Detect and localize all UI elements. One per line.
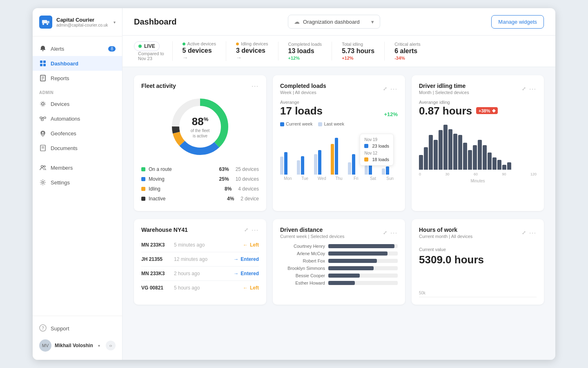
completed-loads-change: +12% [288,56,322,61]
idling-avg-label: Averange idling [419,100,472,105]
settings-icon [39,179,47,186]
support-item[interactable]: ? Support [39,321,116,336]
completed-loads-menu-button[interactable]: ··· [390,85,398,92]
svg-rect-16 [41,119,43,121]
warehouse-card: Warehouse NY41 ⤢ ··· MN 233K3 5 minutes … [134,219,266,305]
completed-loads-value: 13 loads [288,47,322,55]
sidebar-item-reports[interactable]: Reports [33,71,122,85]
hours-axis-line [419,297,537,297]
sidebar-item-geofences[interactable]: Geofences [33,126,122,141]
hours-axis-50k: 50k [419,291,537,295]
driven-distance-menu-button[interactable]: ··· [390,229,398,236]
dashboard-label: Dashboard [51,61,78,67]
automations-label: Automations [51,116,80,122]
expand-icon[interactable]: ⤢ [383,86,387,92]
compared-to: Compared to Nov 23 [138,51,164,61]
user-profile[interactable]: MV Mikhail Voloshin ▾ ‹› [39,336,116,355]
driver-idling-menu-button[interactable]: ··· [529,85,537,92]
list-item: Idling 8% 4 devices [141,184,259,194]
fleet-activity-donut: 88% of the fleet is active [141,94,259,159]
chart-tooltip: Nov 19 23 loads Nov 12 18 loads [360,134,394,166]
warehouse-menu-button[interactable]: ··· [252,227,259,233]
automations-icon [39,115,47,122]
sidebar-item-devices[interactable]: Devices [33,96,122,111]
svg-rect-7 [43,64,46,66]
expand-icon[interactable]: ⤢ [244,227,248,233]
avg-value: 17 loads [280,105,323,117]
completed-loads-subtitle: Week | All devices [280,90,326,95]
fleet-legend: On a route 63% 25 devices Moving 25% 10 … [141,164,259,204]
critical-alerts-change: -34% [394,56,421,61]
active-devices-value: 5 devices [183,47,216,54]
fleet-activity-menu-button[interactable]: ··· [252,83,259,89]
svg-point-13 [40,101,45,106]
table-row: JH 21355 12 minutes ago → Entered [141,252,259,267]
admin-section-label: ADMIN [33,85,122,96]
dashboard-grid-row2: Warehouse NY41 ⤢ ··· MN 233K3 5 minutes … [122,219,555,313]
live-label: LIVE [144,43,155,49]
hours-current-label: Current value [419,247,537,252]
diamond-icon: ◆ [492,108,495,113]
live-dot [138,45,142,48]
reports-icon [39,74,47,82]
fleet-activity-card: Fleet activity ··· [134,75,266,211]
list-item: Moving 25% 10 devices [141,174,259,184]
completed-loads-card-title: Completed loads [280,83,326,89]
manage-widgets-button[interactable]: Manage widgets [491,15,544,29]
total-idling-change: +12% [342,56,374,61]
arrow-left-icon: ← [243,285,248,291]
tooltip-date1: Nov 19 [364,137,389,142]
sidebar-item-documents[interactable]: Documents [33,141,122,155]
table-row: VG 00821 5 hours ago ← Left [141,281,259,295]
dashboard-select-button[interactable]: ☁ Oragnization dashboard ▾ [288,15,380,29]
list-item: Brooklyn Simmons [280,266,398,271]
documents-label: Documents [51,145,78,151]
sidebar-item-settings[interactable]: Settings [33,175,122,190]
live-badge: LIVE [134,41,160,51]
arrow-right-icon: → [234,271,238,276]
list-item: Robert Fox [280,258,398,263]
driver-idling-card: Driver idling time Month | Selected devi… [412,75,544,211]
members-label: Members [51,165,73,171]
bar-chart-area: Nov 19 23 loads Nov 12 18 loads [280,130,398,175]
idling-devices-stat: Idling devices 3 devices → [226,41,278,61]
critical-alerts-value: 6 alerts [394,47,421,55]
arrow-icon: → [183,54,216,61]
expand-icon[interactable]: ⤢ [522,86,526,92]
table-row: MN 233K3 5 minutes ago ← Left [141,238,259,252]
sidebar-item-members[interactable]: Members [33,160,122,175]
sidebar-item-alerts[interactable]: Alerts 8 [33,41,122,56]
logo-area[interactable]: Capital Courier admin@capital-courier.co… [33,8,122,36]
list-item: Esther Howard [280,280,398,285]
svg-point-22 [41,166,43,168]
avg-change: +12% [384,111,398,117]
bar-group-thu [331,138,347,175]
hours-of-work-menu-button[interactable]: ··· [529,229,537,236]
driven-distance-card: Driven distance Current week | Selected … [273,219,405,305]
chart-legend: Current week Last week [280,121,398,126]
list-item: Inactive 4% 2 device [141,194,259,204]
histogram-area: 0 30 60 90 120 [419,125,537,176]
svg-rect-14 [40,117,42,119]
hours-of-work-title: Hours of work [419,227,457,233]
active-dot [183,43,185,45]
user-name: Mikhail Voloshin [55,343,93,348]
chart-x-labels: Mon Tue Wed Thu Fri Sat Sun [280,176,398,181]
dashboard-select-label: Oragnization dashboard [303,19,360,25]
arrow-icon: → [236,54,268,61]
cloud-icon: ☁ [294,18,300,25]
company-name: Capital Courier [56,17,108,23]
support-label: Support [51,325,69,332]
collapse-sidebar-button[interactable]: ‹› [106,341,116,350]
expand-icon[interactable]: ⤢ [522,230,526,236]
devices-label: Devices [51,101,69,107]
avatar: MV [39,339,51,352]
bar-group-wed [314,150,330,175]
list-item: On a route 63% 25 devices [141,164,259,174]
sidebar-item-dashboard[interactable]: Dashboard [33,56,122,71]
expand-icon[interactable]: ⤢ [383,230,387,236]
idling-devices-value: 3 devices [236,47,268,54]
arrow-left-icon: ← [243,242,248,248]
svg-point-3 [47,23,48,25]
sidebar-item-automations[interactable]: Automations [33,111,122,126]
